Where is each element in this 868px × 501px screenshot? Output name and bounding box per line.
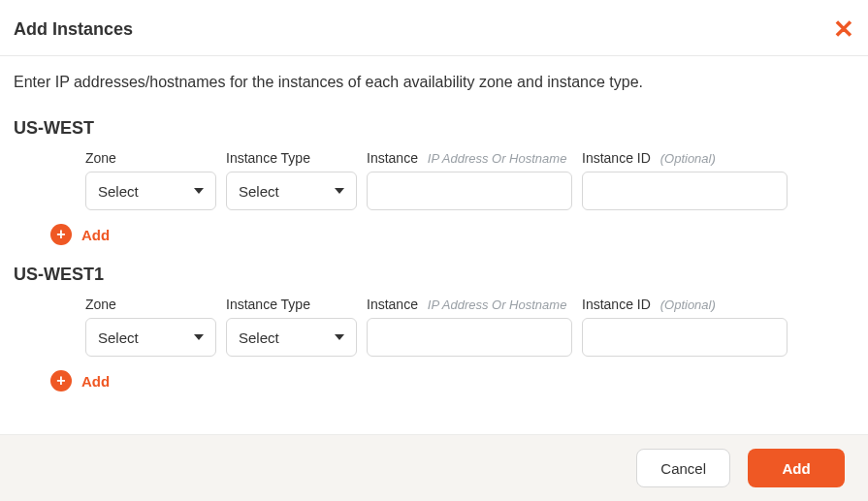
field-zone: Zone Select (85, 150, 216, 210)
label-hint: IP Address Or Hostname (428, 151, 567, 166)
instance-id-input[interactable] (582, 318, 788, 357)
zone-select[interactable]: Select (85, 172, 216, 210)
instance-row: Zone Select Instance Type Select Instanc… (85, 297, 854, 357)
chevron-down-icon (335, 188, 344, 194)
region-title: US-WEST (14, 118, 854, 139)
modal-footer: Cancel Add (0, 434, 868, 501)
field-label: Instance IP Address Or Hostname (367, 297, 572, 312)
label-text: Instance ID (582, 297, 651, 312)
label-hint: IP Address Or Hostname (428, 297, 567, 312)
label-hint: (Optional) (660, 151, 716, 166)
zone-select[interactable]: Select (85, 318, 216, 357)
field-label: Instance IP Address Or Hostname (367, 150, 572, 166)
add-row-button[interactable]: + Add (50, 370, 854, 391)
modal-header: Add Instances ✕ (0, 0, 868, 56)
field-instance: Instance IP Address Or Hostname (367, 150, 572, 210)
instance-input[interactable] (367, 318, 572, 357)
field-instance-type: Instance Type Select (226, 297, 357, 357)
modal-body: Enter IP addresses/hostnames for the ins… (0, 56, 868, 434)
cancel-button[interactable]: Cancel (636, 449, 730, 487)
field-instance-type: Instance Type Select (226, 150, 357, 210)
instance-type-select[interactable]: Select (226, 172, 357, 210)
field-instance: Instance IP Address Or Hostname (367, 297, 572, 357)
label-text: Instance (367, 297, 418, 312)
chevron-down-icon (194, 334, 204, 340)
region-title: US-WEST1 (14, 265, 854, 285)
field-label: Instance Type (226, 297, 357, 312)
region-block: US-WEST Zone Select Instance Type Select… (14, 118, 854, 245)
instance-type-select[interactable]: Select (226, 318, 357, 357)
field-label: Instance ID (Optional) (582, 297, 788, 312)
close-icon[interactable]: ✕ (833, 16, 854, 42)
add-row-label: Add (81, 227, 110, 243)
field-instance-id: Instance ID (Optional) (582, 297, 788, 357)
instance-input[interactable] (367, 172, 572, 210)
label-hint: (Optional) (660, 297, 716, 312)
instance-id-input[interactable] (582, 172, 788, 210)
select-value: Select (239, 183, 279, 200)
add-row-button[interactable]: + Add (50, 224, 854, 245)
add-button[interactable]: Add (748, 449, 845, 487)
plus-icon: + (50, 370, 72, 391)
chevron-down-icon (335, 334, 344, 340)
region-block: US-WEST1 Zone Select Instance Type Selec… (14, 265, 854, 391)
intro-text: Enter IP addresses/hostnames for the ins… (14, 74, 854, 91)
select-value: Select (98, 183, 139, 200)
field-instance-id: Instance ID (Optional) (582, 150, 788, 210)
field-label: Zone (85, 150, 216, 166)
chevron-down-icon (194, 188, 204, 194)
select-value: Select (239, 329, 279, 346)
field-label: Instance Type (226, 150, 357, 166)
instance-row: Zone Select Instance Type Select Instanc… (85, 150, 854, 210)
select-value: Select (98, 329, 139, 346)
plus-icon: + (50, 224, 72, 245)
modal-title: Add Instances (14, 19, 133, 40)
field-zone: Zone Select (85, 297, 216, 357)
field-label: Instance ID (Optional) (582, 150, 788, 166)
label-text: Instance (367, 150, 418, 166)
add-row-label: Add (81, 373, 110, 390)
label-text: Instance ID (582, 150, 651, 166)
field-label: Zone (85, 297, 216, 312)
